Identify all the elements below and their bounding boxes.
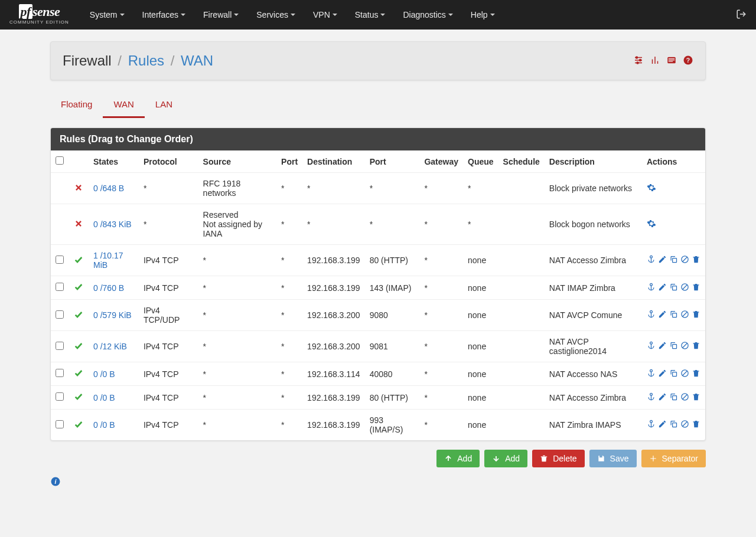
row-checkbox[interactable] [56, 283, 64, 291]
table-row[interactable]: 0 /579 KiBIPv4 TCP/UDP**192.168.3.200908… [51, 300, 705, 331]
disable-icon[interactable] [680, 392, 689, 403]
states-link[interactable]: 0 /0 B [93, 393, 115, 402]
cell-schedule [498, 276, 545, 300]
anchor-icon[interactable] [647, 341, 656, 352]
cell-source: * [198, 362, 277, 386]
table-row[interactable]: 0 /760 BIPv4 TCP**192.168.3.199143 (IMAP… [51, 276, 705, 300]
nav-item-firewall[interactable]: Firewall [194, 1, 247, 28]
delete-icon[interactable] [692, 255, 700, 266]
table-row[interactable]: 0 /0 BIPv4 TCP**192.168.3.199993 (IMAP/S… [51, 410, 705, 441]
nav-item-vpn[interactable]: VPN [304, 1, 346, 28]
tab-wan[interactable]: WAN [103, 92, 144, 118]
select-all-checkbox[interactable] [56, 156, 64, 165]
copy-icon[interactable] [669, 310, 678, 320]
states-link[interactable]: 0 /0 B [93, 369, 115, 379]
breadcrumb-wan-link[interactable]: WAN [181, 53, 213, 68]
copy-icon[interactable] [669, 341, 678, 352]
delete-icon[interactable] [692, 283, 700, 293]
edit-icon[interactable] [658, 369, 667, 379]
brand-logo[interactable]: pfsense COMMUNITY EDITION [9, 5, 69, 25]
delete-icon[interactable] [692, 420, 700, 430]
anchor-icon[interactable] [647, 392, 656, 403]
table-row[interactable]: 0 /0 BIPv4 TCP**192.168.3.11440080*noneN… [51, 362, 705, 386]
disable-icon[interactable] [680, 283, 689, 293]
states-link[interactable]: 0 /0 B [93, 420, 115, 430]
col-header: Port [276, 150, 302, 173]
states-link[interactable]: 0 /12 KiB [93, 342, 127, 351]
separator-button[interactable]: Separator [641, 450, 706, 467]
anchor-icon[interactable] [647, 310, 656, 320]
edit-icon[interactable] [658, 310, 667, 320]
nav-item-system[interactable]: System [81, 1, 133, 28]
cell-dport: 80 (HTTP) [365, 386, 420, 410]
copy-icon[interactable] [669, 283, 678, 293]
edit-icon[interactable] [658, 420, 667, 430]
row-checkbox[interactable] [56, 310, 64, 319]
svg-point-35 [650, 342, 653, 344]
nav-item-services[interactable]: Services [247, 1, 304, 28]
nav-item-help[interactable]: Help [462, 1, 504, 28]
edit-icon[interactable] [658, 392, 667, 403]
cell-protocol: IPv4 TCP [139, 276, 198, 300]
save-button[interactable]: Save [589, 450, 637, 467]
tab-lan[interactable]: LAN [145, 92, 183, 118]
table-row[interactable]: 0 /648 B*RFC 1918 networks*****Block pri… [51, 173, 705, 204]
cell-schedule [498, 331, 545, 362]
anchor-icon[interactable] [647, 369, 656, 379]
edit-icon[interactable] [658, 283, 667, 293]
nav-item-diagnostics[interactable]: Diagnostics [394, 1, 461, 28]
cell-gateway: * [419, 245, 463, 276]
states-link[interactable]: 1 /10.17 MiB [93, 251, 123, 270]
svg-line-34 [683, 312, 687, 317]
cell-dest: 192.168.3.200 [302, 300, 365, 331]
settings-icon[interactable] [647, 185, 656, 194]
info-icon[interactable]: i [50, 476, 706, 489]
delete-icon[interactable] [692, 310, 700, 320]
states-link[interactable]: 0 /579 KiB [93, 310, 132, 320]
add-bottom-button[interactable]: Add [484, 450, 527, 467]
states-link[interactable]: 0 /843 KiB [93, 220, 132, 229]
table-row[interactable]: 0 /843 KiB*Reserved Not assigned by IANA… [51, 204, 705, 245]
copy-icon[interactable] [669, 255, 678, 266]
disable-icon[interactable] [680, 255, 689, 266]
delete-icon[interactable] [692, 369, 700, 379]
table-row[interactable]: 0 /12 KiBIPv4 TCP**192.168.3.2009081*non… [51, 331, 705, 362]
sliders-icon[interactable] [633, 55, 644, 67]
states-link[interactable]: 0 /648 B [93, 184, 124, 193]
row-checkbox[interactable] [56, 392, 64, 401]
disable-icon[interactable] [680, 420, 689, 430]
table-row[interactable]: 0 /0 BIPv4 TCP**192.168.3.19980 (HTTP)*n… [51, 386, 705, 410]
row-checkbox[interactable] [56, 369, 64, 377]
nav-item-status[interactable]: Status [346, 1, 395, 28]
svg-rect-27 [673, 286, 677, 290]
row-checkbox[interactable] [56, 342, 64, 350]
copy-icon[interactable] [669, 369, 678, 379]
states-link[interactable]: 0 /760 B [93, 283, 124, 293]
anchor-icon[interactable] [647, 420, 656, 430]
settings-icon[interactable] [647, 221, 656, 230]
svg-line-44 [683, 371, 687, 375]
table-row[interactable]: 1 /10.17 MiBIPv4 TCP**192.168.3.19980 (H… [51, 245, 705, 276]
delete-icon[interactable] [692, 341, 700, 352]
help-icon[interactable]: ? [683, 55, 693, 67]
anchor-icon[interactable] [647, 255, 656, 266]
add-top-button[interactable]: Add [436, 450, 480, 467]
disable-icon[interactable] [680, 310, 689, 320]
edit-icon[interactable] [658, 255, 667, 266]
edit-icon[interactable] [658, 341, 667, 352]
log-icon[interactable] [666, 55, 677, 67]
breadcrumb-rules-link[interactable]: Rules [128, 53, 164, 68]
delete-button[interactable]: Delete [532, 450, 584, 467]
disable-icon[interactable] [680, 369, 689, 379]
nav-item-interfaces[interactable]: Interfaces [133, 1, 194, 28]
delete-icon[interactable] [692, 392, 700, 403]
tab-floating[interactable]: Floating [50, 92, 103, 118]
disable-icon[interactable] [680, 341, 689, 352]
row-checkbox[interactable] [56, 256, 64, 264]
row-checkbox[interactable] [56, 420, 64, 428]
logout-icon[interactable] [736, 9, 747, 21]
bar-chart-icon[interactable] [650, 55, 660, 67]
anchor-icon[interactable] [647, 283, 656, 293]
copy-icon[interactable] [669, 392, 678, 403]
copy-icon[interactable] [669, 420, 678, 430]
